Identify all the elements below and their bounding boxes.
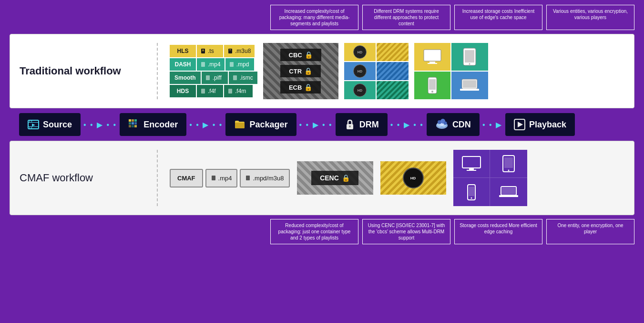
storage-seg-t1: HD bbox=[344, 81, 376, 99]
grid-icon bbox=[128, 119, 140, 130]
svg-rect-34 bbox=[129, 122, 131, 125]
fmt-hls: HLS bbox=[170, 45, 196, 57]
svg-rect-11 bbox=[424, 50, 441, 61]
bottom-annotations: Reduced complexity/cost of packaging: ju… bbox=[10, 219, 634, 244]
pipeline-source: Source bbox=[19, 113, 81, 136]
format-row-hls: HLS .ts .m3u8 bbox=[170, 45, 257, 57]
cmaf-content: CMAF .mp4 .mpd/m3u8 CENC 🔒 HD bbox=[170, 150, 624, 206]
storage-seg-ts1 bbox=[377, 81, 409, 99]
ann-bot-3: Storage costs reduced More efficient edg… bbox=[454, 219, 542, 244]
svg-rect-51 bbox=[212, 176, 215, 180]
svg-point-19 bbox=[431, 91, 433, 93]
svg-point-48 bbox=[443, 122, 447, 125]
svg-point-41 bbox=[349, 125, 351, 127]
drm-cbc: CBC 🔒 bbox=[280, 49, 321, 61]
drm-box-traditional: CBC 🔒 CTR 🔒 ECB 🔒 bbox=[263, 43, 338, 99]
svg-rect-37 bbox=[129, 125, 131, 127]
fmt-smooth: Smooth bbox=[170, 72, 201, 84]
fmt-mp4: .mp4 bbox=[197, 58, 225, 71]
cmaf-workflow-panel: CMAF workflow CMAF .mp4 .mpd/m3u8 CENC 🔒… bbox=[10, 141, 634, 215]
cmaf-formats: CMAF .mp4 .mpd/m3u8 bbox=[170, 169, 290, 188]
fmt-ismc: .ismc bbox=[229, 72, 257, 84]
pipeline-playback: Playback bbox=[505, 113, 575, 136]
disk-t1: HD bbox=[353, 83, 367, 97]
ann-top-3: Increased storage costs Inefficient use … bbox=[454, 5, 542, 30]
storage-seg-y1: HD bbox=[344, 43, 376, 61]
cmaf-storage: HD bbox=[380, 161, 446, 195]
pb-cmaf-monitor bbox=[453, 150, 491, 178]
arrow-1: • • ▶ • • bbox=[83, 120, 117, 129]
svg-rect-8 bbox=[233, 75, 237, 80]
svg-rect-28 bbox=[30, 126, 30, 129]
pb-tablet-t bbox=[451, 43, 488, 71]
svg-rect-32 bbox=[132, 119, 134, 122]
cmaf-drm-box: CENC 🔒 bbox=[297, 161, 373, 195]
format-grid: HLS .ts .m3u8 DASH .mp4 .mpd bbox=[170, 45, 257, 97]
svg-rect-55 bbox=[467, 170, 476, 171]
svg-rect-57 bbox=[504, 157, 513, 168]
svg-rect-29 bbox=[31, 126, 32, 129]
svg-rect-21 bbox=[463, 80, 476, 88]
storage-seg-bs1 bbox=[377, 62, 409, 80]
traditional-workflow-panel: Traditional workflow HLS .ts .m3u8 DASH bbox=[10, 34, 634, 108]
svg-point-58 bbox=[508, 170, 509, 171]
ann-bot-4: One entity, one encryption, one player bbox=[546, 219, 634, 244]
svg-rect-31 bbox=[129, 119, 131, 122]
svg-rect-64 bbox=[499, 195, 518, 197]
pb-cmaf-laptop bbox=[490, 178, 527, 206]
drm-ctr: CTR 🔒 bbox=[280, 65, 321, 77]
pipeline-drm: DRM bbox=[336, 113, 388, 136]
fmt-ts: .ts bbox=[197, 45, 223, 57]
storage-row-2: HD bbox=[344, 62, 409, 80]
svg-rect-39 bbox=[134, 125, 137, 127]
svg-rect-38 bbox=[132, 125, 134, 127]
svg-rect-33 bbox=[134, 119, 137, 122]
ann-top-4: Various entities, various encryption, va… bbox=[546, 5, 634, 30]
lock-icon-pipeline bbox=[344, 119, 356, 130]
svg-rect-12 bbox=[429, 62, 435, 63]
storage-seg-ys1 bbox=[377, 43, 409, 61]
playback-traditional bbox=[414, 43, 488, 99]
svg-rect-36 bbox=[134, 122, 137, 125]
fmt-hds: HDS bbox=[170, 85, 196, 97]
drm-ecb: ECB 🔒 bbox=[280, 81, 321, 94]
cmaf-cell-mpd: .mpd/m3u8 bbox=[240, 169, 289, 188]
storage-row-3: HD bbox=[344, 81, 409, 99]
arrow-5: • • ▶ bbox=[482, 120, 502, 129]
main-container: Increased complexity/cost of packaging: … bbox=[0, 0, 644, 249]
svg-rect-26 bbox=[30, 120, 30, 122]
arrow-4: • • ▶ • • bbox=[390, 120, 424, 129]
fmt-m3u8: .m3u8 bbox=[224, 45, 255, 57]
packager-label: Packager bbox=[249, 120, 287, 130]
svg-rect-5 bbox=[201, 62, 205, 67]
trad-content: HLS .ts .m3u8 DASH .mp4 .mpd bbox=[170, 43, 624, 99]
ann-bot-2: Using CENC [ISO/IEC 23001-7] with the 'c… bbox=[362, 219, 450, 244]
pipeline-row: Source • • ▶ • • Encoder • • ▶ • • bbox=[10, 108, 634, 141]
svg-rect-1 bbox=[202, 50, 204, 50]
svg-marker-30 bbox=[32, 124, 35, 126]
svg-rect-9 bbox=[201, 89, 205, 94]
format-row-dash: DASH .mp4 .mpd bbox=[170, 58, 257, 71]
cmaf-cell-cmaf: CMAF bbox=[170, 169, 203, 188]
folder-icon bbox=[234, 119, 245, 130]
svg-rect-35 bbox=[132, 122, 134, 125]
storage-traditional: HD HD HD bbox=[344, 43, 409, 99]
top-annotations: Increased complexity/cost of packaging: … bbox=[10, 5, 634, 30]
svg-rect-54 bbox=[469, 168, 474, 170]
svg-rect-63 bbox=[502, 188, 515, 194]
pipeline-packager: Packager bbox=[225, 113, 296, 136]
svg-rect-13 bbox=[428, 63, 437, 64]
drm-label: DRM bbox=[359, 120, 379, 130]
svg-point-61 bbox=[470, 197, 472, 198]
svg-rect-7 bbox=[206, 75, 210, 80]
storage-row-1: HD bbox=[344, 43, 409, 61]
pb-phone bbox=[414, 72, 451, 99]
play-icon bbox=[514, 119, 525, 130]
pb-laptop bbox=[451, 72, 488, 99]
svg-rect-24 bbox=[28, 122, 39, 123]
svg-rect-27 bbox=[31, 120, 32, 122]
disk-b1: HD bbox=[353, 64, 367, 78]
disk-y1: HD bbox=[353, 45, 367, 59]
playback-label: Playback bbox=[529, 120, 566, 130]
fmt-mpd: .mpd bbox=[225, 58, 254, 71]
